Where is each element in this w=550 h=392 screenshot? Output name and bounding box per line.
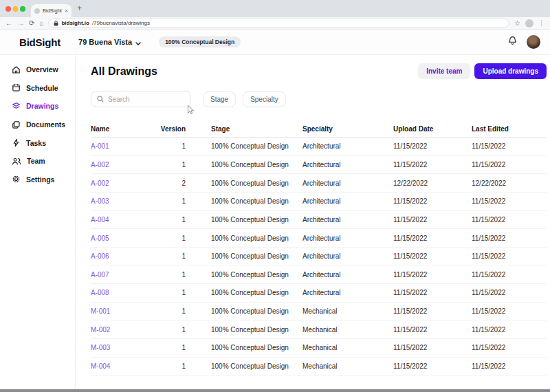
table-row[interactable]: A-001 1 100% Conceptual Design Architect… <box>91 138 547 156</box>
sidebar-item-tasks[interactable]: Tasks <box>0 133 75 152</box>
drawing-name-link[interactable]: A-002 <box>91 179 160 187</box>
specialty-filter-button[interactable]: Specialty <box>243 91 286 107</box>
upload-drawings-button[interactable]: Upload drawings <box>474 63 547 79</box>
project-name: 79 Buena Vista <box>78 38 132 46</box>
drawing-version: 1 <box>160 161 186 168</box>
calendar-icon <box>12 83 21 92</box>
zoom-window-button[interactable] <box>20 6 25 12</box>
drawing-name-link[interactable]: M-001 <box>91 307 160 315</box>
drawing-upload-date: 11/15/2022 <box>393 271 472 279</box>
drawing-stage: 100% Conceptual Design <box>186 326 302 334</box>
notifications-bell-icon[interactable] <box>508 36 517 48</box>
sidebar-item-schedule[interactable]: Schedule <box>0 79 75 98</box>
drawing-name-link[interactable]: M-003 <box>91 344 160 351</box>
table-row[interactable]: M-003 1 100% Conceptual Design Mechanica… <box>91 339 547 358</box>
drawing-name-link[interactable]: A-006 <box>91 252 160 260</box>
bottom-strip <box>0 389 550 392</box>
column-header-last-edited: Last Edited <box>472 125 547 133</box>
table-row[interactable]: A-003 1 100% Conceptual Design Architect… <box>91 193 547 211</box>
table-row[interactable]: M-004 1 100% Conceptual Design Mechanica… <box>91 358 547 376</box>
search-box[interactable] <box>91 91 191 107</box>
drawing-last-edited: 11/15/2022 <box>472 289 547 296</box>
column-header-specialty: Specialty <box>302 125 393 133</box>
column-header-upload-date: Upload Date <box>393 125 472 133</box>
drawing-name-link[interactable]: A-005 <box>91 235 160 242</box>
browser-menu-icon[interactable]: ⋮ <box>538 20 544 26</box>
drawing-version: 1 <box>160 326 186 334</box>
drawing-specialty: Mechanical <box>302 326 393 334</box>
stage-filter-button[interactable]: Stage <box>203 91 236 107</box>
app-body: Overview Schedule Drawings Documents Tas… <box>0 55 550 389</box>
table-row[interactable]: M-002 1 100% Conceptual Design Mechanica… <box>91 320 547 339</box>
minimize-window-button[interactable] <box>13 6 19 12</box>
drawing-stage: 100% Conceptual Design <box>186 289 302 296</box>
sidebar-item-label: Documents <box>26 120 65 129</box>
invite-team-button[interactable]: Invite team <box>418 63 470 79</box>
documents-icon <box>12 120 21 129</box>
table-row[interactable]: A-007 1 100% Conceptual Design Architect… <box>91 265 547 284</box>
sidebar-item-label: Schedule <box>26 84 58 92</box>
drawing-version: 1 <box>160 289 186 296</box>
table-row[interactable]: A-002 2 100% Conceptual Design Architect… <box>91 174 547 193</box>
table-row[interactable]: A-002 1 100% Conceptual Design Architect… <box>91 156 547 175</box>
home-icon <box>12 65 21 74</box>
search-input[interactable] <box>108 96 185 103</box>
project-selector[interactable]: 79 Buena Vista <box>78 36 141 48</box>
sidebar-item-overview[interactable]: Overview <box>0 61 75 79</box>
new-tab-button[interactable]: + <box>77 3 82 13</box>
chevron-down-icon <box>135 36 141 48</box>
drawing-version: 1 <box>160 362 186 370</box>
drawing-version: 1 <box>160 235 186 242</box>
gear-icon <box>12 175 21 184</box>
app-logo: BidSight <box>19 36 60 48</box>
lock-icon <box>54 21 58 26</box>
reload-icon[interactable]: ⟳ <box>29 20 34 27</box>
drawing-name-link[interactable]: A-001 <box>91 142 160 150</box>
sidebar-item-team[interactable]: Team <box>0 152 75 171</box>
address-bar[interactable]: bidsight.io/79buenavista/drawings <box>48 19 509 28</box>
drawing-name-link[interactable]: A-007 <box>91 271 160 279</box>
drawing-version: 1 <box>160 142 186 150</box>
drawing-name-link[interactable]: A-004 <box>91 216 160 224</box>
user-avatar[interactable] <box>527 35 540 49</box>
lightning-icon <box>12 138 21 147</box>
drawing-version: 1 <box>160 252 186 260</box>
drawing-name-link[interactable]: A-003 <box>91 197 160 205</box>
column-header-version: Version <box>160 125 186 133</box>
drawing-name-link[interactable]: M-002 <box>91 326 160 334</box>
table-row[interactable]: A-004 1 100% Conceptual Design Architect… <box>91 211 547 230</box>
browser-tab-strip: BidSight × + <box>0 0 550 17</box>
browser-profile-avatar[interactable] <box>525 19 534 28</box>
tab-close-icon[interactable]: × <box>65 8 68 14</box>
drawing-specialty: Architectural <box>302 179 393 187</box>
drawing-last-edited: 12/22/2022 <box>472 179 547 187</box>
sidebar-item-documents[interactable]: Documents <box>0 116 75 134</box>
drawing-version: 1 <box>160 197 186 205</box>
sidebar-item-drawings[interactable]: Drawings <box>0 97 75 116</box>
drawing-last-edited: 11/15/2022 <box>472 307 547 315</box>
home-icon-browser[interactable]: ⌂ <box>39 20 43 27</box>
bookmark-star-icon[interactable]: ☆ <box>514 20 520 27</box>
close-window-button[interactable] <box>6 6 11 12</box>
table-row[interactable]: A-008 1 100% Conceptual Design Architect… <box>91 284 547 303</box>
table-header-row: Name Version Stage Specialty Upload Date… <box>91 120 547 138</box>
drawing-specialty: Architectural <box>302 271 393 279</box>
drawing-upload-date: 11/15/2022 <box>393 235 472 242</box>
table-row[interactable]: A-006 1 100% Conceptual Design Architect… <box>91 248 547 266</box>
drawing-version: 1 <box>160 216 186 224</box>
drawing-name-link[interactable]: A-008 <box>91 289 160 296</box>
drawing-upload-date: 11/15/2022 <box>393 326 472 334</box>
drawing-upload-date: 11/15/2022 <box>393 216 472 224</box>
drawing-name-link[interactable]: A-002 <box>91 161 160 168</box>
sidebar-item-settings[interactable]: Settings <box>0 171 75 189</box>
drawing-name-link[interactable]: M-004 <box>91 362 160 370</box>
search-icon <box>97 93 104 105</box>
table-row[interactable]: M-001 1 100% Conceptual Design Mechanica… <box>91 303 547 321</box>
forward-icon[interactable]: → <box>17 20 24 27</box>
drawing-version: 1 <box>160 344 186 351</box>
back-icon[interactable]: ← <box>6 20 12 27</box>
table-row[interactable]: A-005 1 100% Conceptual Design Architect… <box>91 229 547 248</box>
drawing-stage: 100% Conceptual Design <box>186 235 302 242</box>
browser-tab[interactable]: BidSight × <box>31 4 72 17</box>
table-body: A-001 1 100% Conceptual Design Architect… <box>91 138 547 375</box>
